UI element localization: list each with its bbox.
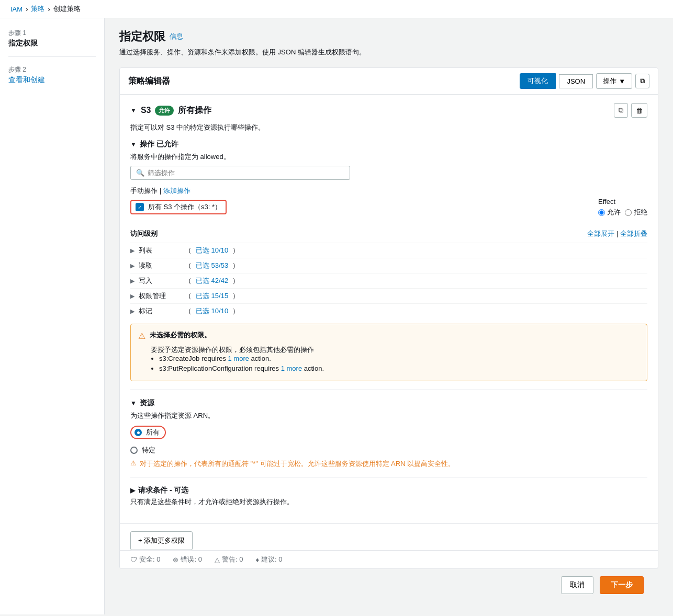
add-ops-link[interactable]: 添加操作 bbox=[163, 187, 190, 195]
access-row-list[interactable]: ▶ 列表 （已选 10/10） bbox=[130, 243, 647, 258]
sidebar-step1: 步骤 1 指定权限 bbox=[8, 29, 96, 48]
btn-action[interactable]: 操作 ▼ bbox=[596, 73, 632, 89]
resources-warning-icon: ⚠ bbox=[130, 459, 137, 467]
all-s3-ops-checkbox-row[interactable]: ✓ 所有 S3 个操作（s3: *） bbox=[130, 200, 227, 214]
effect-title: Effect bbox=[598, 198, 647, 206]
warning-item-2: s3:PutReplicationConfiguration requires … bbox=[159, 364, 640, 372]
step1-label: 指定权限 bbox=[8, 39, 96, 48]
effect-radio-group[interactable]: 允许 拒绝 bbox=[598, 208, 647, 217]
warning-box: ⚠ 未选择必需的权限。 要授予选定资源操作的权限，必须包括其他必需的操作 s3:… bbox=[130, 324, 647, 381]
actions-label: ▼ 操作 已允许 bbox=[130, 140, 647, 149]
access-levels-section: 访问级别 全部展开 | 全部折叠 ▶ 列表 （已选 10/10） bbox=[130, 229, 647, 381]
sidebar: 步骤 1 指定权限 步骤 2 查看和创建 bbox=[0, 18, 105, 614]
filter-actions-input[interactable] bbox=[148, 169, 344, 177]
suggestion-icon: ♦ bbox=[255, 556, 259, 564]
access-row-perms[interactable]: ▶ 权限管理 （已选 15/15） bbox=[130, 288, 647, 303]
s3-description: 指定可以对 S3 中的特定资源执行哪些操作。 bbox=[130, 123, 647, 132]
resources-section: ▼ 资源 为这些操作指定资源 ARN。 所有 特定 bbox=[130, 398, 647, 469]
editor-toolbar: 策略编辑器 可视化 JSON 操作 ▼ ⧉ bbox=[120, 68, 658, 95]
status-bar: 🛡 安全: 0 ⊗ 错误: 0 △ 警告: 0 ♦ 建议: 0 bbox=[120, 550, 658, 568]
filter-actions-search[interactable]: 🔍 bbox=[130, 166, 350, 180]
conditions-arrow: ▶ bbox=[130, 487, 135, 494]
resources-divider bbox=[130, 390, 647, 390]
conditions-title: 请求条件 - 可选 bbox=[138, 486, 188, 495]
effect-deny-text: 拒绝 bbox=[634, 208, 647, 217]
s3-delete-btn[interactable]: 🗑 bbox=[631, 103, 647, 118]
resources-desc: 为这些操作指定资源 ARN。 bbox=[130, 411, 647, 420]
resources-specific-option[interactable]: 特定 bbox=[130, 446, 647, 455]
effect-allow-label[interactable]: 允许 bbox=[598, 208, 621, 217]
expand-all-link[interactable]: 全部展开 bbox=[587, 230, 614, 237]
create-job-link[interactable]: 1 more bbox=[228, 355, 249, 362]
effect-allow-radio[interactable] bbox=[598, 209, 605, 216]
read-count: 已选 53/53 bbox=[196, 261, 228, 270]
access-row-write[interactable]: ▶ 写入 （已选 42/42） bbox=[130, 273, 647, 288]
perms-expand-icon: ▶ bbox=[130, 293, 134, 300]
breadcrumb-sep2: › bbox=[48, 5, 50, 13]
collapse-all-link[interactable]: 全部折叠 bbox=[620, 230, 647, 237]
breadcrumb: IAM › 策略 › 创建策略 bbox=[0, 0, 673, 18]
warning-title: 未选择必需的权限。 bbox=[150, 330, 211, 340]
page-title: 指定权限 bbox=[119, 29, 165, 44]
btn-copy[interactable]: ⧉ bbox=[635, 74, 649, 88]
tags-name: 标记 bbox=[139, 306, 181, 316]
page-subtitle: 通过选择服务、操作、资源和条件来添加权限。使用 JSON 编辑器生成权限语句。 bbox=[119, 48, 658, 57]
all-option-label: 所有 bbox=[146, 428, 160, 437]
read-name: 读取 bbox=[139, 261, 181, 270]
suggestions-status: ♦ 建议: 0 bbox=[255, 555, 282, 564]
write-count: 已选 42/42 bbox=[196, 276, 228, 286]
conditions-divider bbox=[130, 477, 647, 477]
s3-section-header: ▼ S3 允许 所有操作 ⧉ 🗑 bbox=[130, 103, 647, 118]
warning-status-icon: △ bbox=[215, 556, 220, 564]
list-expand-icon: ▶ bbox=[130, 247, 134, 254]
footer-actions: 取消 下一步 bbox=[119, 569, 658, 601]
warning-icon: ⚠ bbox=[138, 331, 145, 341]
actions-hint: 将服务中的操作指定为 allowed。 bbox=[130, 152, 647, 162]
chevron-down-icon: ▼ bbox=[619, 77, 625, 85]
add-more-btn[interactable]: + 添加更多权限 bbox=[130, 531, 193, 550]
s3-duplicate-btn[interactable]: ⧉ bbox=[614, 103, 628, 118]
specific-radio bbox=[130, 447, 138, 454]
put-replication-link[interactable]: 1 more bbox=[281, 364, 302, 372]
btn-action-label: 操作 bbox=[603, 76, 616, 86]
effect-section: Effect 允许 拒绝 bbox=[598, 198, 647, 217]
info-link[interactable]: 信息 bbox=[170, 32, 183, 41]
manual-ops-label: 手动操作 bbox=[130, 187, 158, 195]
cancel-button[interactable]: 取消 bbox=[561, 576, 593, 594]
btn-json[interactable]: JSON bbox=[559, 74, 593, 88]
warning-item-1: s3:CreateJob requires 1 more action. bbox=[159, 355, 640, 362]
effect-deny-label[interactable]: 拒绝 bbox=[625, 208, 647, 217]
resources-radio-group: 所有 bbox=[130, 426, 647, 442]
next-button[interactable]: 下一步 bbox=[600, 576, 644, 594]
breadcrumb-policies[interactable]: 策略 bbox=[31, 4, 44, 14]
step1-number: 步骤 1 bbox=[8, 29, 96, 38]
effect-deny-radio[interactable] bbox=[625, 209, 632, 216]
step2-label: 查看和创建 bbox=[8, 75, 96, 85]
conditions-header[interactable]: ▶ 请求条件 - 可选 bbox=[130, 486, 647, 495]
all-ops-badge-label: 所有操作 bbox=[178, 105, 211, 116]
warnings-status: △ 警告: 0 bbox=[215, 555, 243, 564]
sidebar-step2[interactable]: 步骤 2 查看和创建 bbox=[8, 65, 96, 85]
btn-visual[interactable]: 可视化 bbox=[520, 73, 556, 89]
step2-number: 步骤 2 bbox=[8, 65, 96, 74]
actions-label-text: 操作 已允许 bbox=[140, 140, 178, 149]
collapse-icon: ▼ bbox=[130, 107, 137, 114]
resources-header: ▼ 资源 bbox=[130, 398, 647, 408]
tags-expand-icon: ▶ bbox=[130, 308, 134, 315]
policy-editor-card: 策略编辑器 可视化 JSON 操作 ▼ ⧉ ▼ S3 允 bbox=[119, 67, 658, 569]
access-row-tags[interactable]: ▶ 标记 （已选 10/10） bbox=[130, 303, 647, 318]
allow-badge: 允许 bbox=[155, 106, 174, 116]
resources-all-option[interactable]: 所有 bbox=[130, 426, 166, 439]
access-rows-container: ▶ 列表 （已选 10/10） ▶ 读取 （已选 53/53） ▶ 写入 bbox=[130, 243, 647, 318]
effect-allow-text: 允许 bbox=[607, 208, 621, 217]
s3-title: S3 bbox=[141, 106, 151, 115]
list-count: 已选 10/10 bbox=[196, 246, 228, 255]
breadcrumb-current: 创建策略 bbox=[53, 4, 81, 14]
perms-name: 权限管理 bbox=[139, 291, 181, 301]
all-ops-checkbox[interactable]: ✓ bbox=[136, 203, 144, 211]
toolbar-buttons: 可视化 JSON 操作 ▼ ⧉ bbox=[520, 73, 649, 89]
breadcrumb-iam[interactable]: IAM bbox=[10, 5, 23, 13]
security-count: 安全: 0 bbox=[139, 555, 160, 564]
errors-count: 错误: 0 bbox=[181, 555, 201, 564]
access-row-read[interactable]: ▶ 读取 （已选 53/53） bbox=[130, 258, 647, 273]
